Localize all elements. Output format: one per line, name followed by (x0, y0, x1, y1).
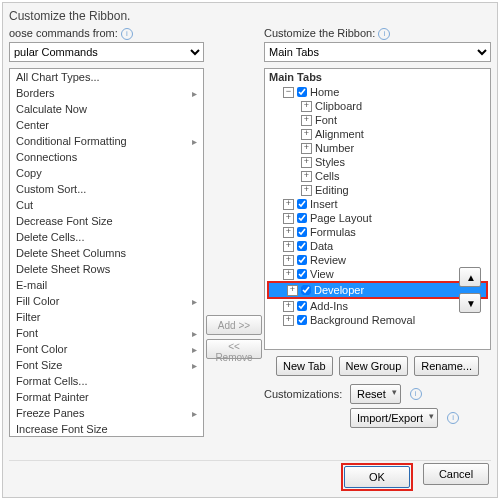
expand-icon[interactable]: + (301, 115, 312, 126)
expand-icon[interactable]: + (283, 301, 294, 312)
collapse-icon[interactable]: − (283, 87, 294, 98)
tree-item[interactable]: +Add-Ins (265, 299, 490, 313)
tab-checkbox[interactable] (297, 87, 307, 97)
tree-item[interactable]: +Editing (265, 183, 490, 197)
submenu-icon: ▸ (192, 360, 199, 371)
expand-icon[interactable]: + (283, 199, 294, 210)
info-icon: i (378, 28, 390, 40)
new-tab-button[interactable]: New Tab (276, 356, 333, 376)
command-item[interactable]: Format Painter (10, 389, 203, 405)
tab-checkbox[interactable] (297, 241, 307, 251)
command-item[interactable]: Freeze Panes▸ (10, 405, 203, 421)
command-item[interactable]: Custom Sort... (10, 181, 203, 197)
command-item[interactable]: Font Color▸ (10, 341, 203, 357)
expand-icon[interactable]: + (283, 227, 294, 238)
command-item[interactable]: Delete Sheet Rows (10, 261, 203, 277)
info-icon: i (410, 388, 422, 400)
command-item[interactable]: Fill Color▸ (10, 293, 203, 309)
customizations-label: Customizations: (264, 388, 344, 400)
command-item[interactable]: Delete Cells... (10, 229, 203, 245)
expand-icon[interactable]: + (301, 101, 312, 112)
choose-commands-combo[interactable]: pular Commands (9, 42, 204, 62)
rename-button[interactable]: Rename... (414, 356, 479, 376)
tree-item[interactable]: +Alignment (265, 127, 490, 141)
import-export-button[interactable]: Import/Export (350, 408, 438, 428)
command-item[interactable]: All Chart Types... (10, 69, 203, 85)
tree-item[interactable]: +Data (265, 239, 490, 253)
expand-icon[interactable]: + (283, 315, 294, 326)
cancel-button[interactable]: Cancel (423, 463, 489, 485)
ribbon-tree[interactable]: Main Tabs−Home+Clipboard+Font+Alignment+… (264, 68, 491, 350)
tab-checkbox[interactable] (297, 269, 307, 279)
submenu-icon: ▸ (192, 296, 199, 307)
command-item[interactable]: Calculate Now (10, 101, 203, 117)
info-icon: i (121, 28, 133, 40)
expand-icon[interactable]: + (287, 285, 298, 296)
command-item[interactable]: Font▸ (10, 325, 203, 341)
tree-item[interactable]: +View (265, 267, 490, 281)
expand-icon[interactable]: + (283, 269, 294, 280)
customize-ribbon-dialog: Customize the Ribbon. oose commands from… (2, 2, 498, 498)
commands-panel: oose commands from:i pular Commands All … (9, 27, 204, 437)
transfer-buttons: Add >> << Remove (204, 27, 264, 437)
tree-item[interactable]: +Font (265, 113, 490, 127)
command-item[interactable]: Conditional Formatting▸ (10, 133, 203, 149)
move-down-button[interactable]: ▼ (459, 293, 481, 313)
command-item[interactable]: Center (10, 117, 203, 133)
add-button[interactable]: Add >> (206, 315, 262, 335)
tree-item[interactable]: +Clipboard (265, 99, 490, 113)
tab-checkbox[interactable] (301, 285, 311, 295)
tree-item[interactable]: +Cells (265, 169, 490, 183)
submenu-icon: ▸ (192, 136, 199, 147)
expand-icon[interactable]: + (301, 157, 312, 168)
tree-item[interactable]: +Background Removal (265, 313, 490, 327)
command-item[interactable]: Font Size▸ (10, 357, 203, 373)
tree-item[interactable]: +Page Layout (265, 211, 490, 225)
tab-checkbox[interactable] (297, 199, 307, 209)
command-item[interactable]: Increase Font Size (10, 421, 203, 437)
ok-button[interactable]: OK (344, 466, 410, 488)
tab-checkbox[interactable] (297, 315, 307, 325)
commands-listbox[interactable]: All Chart Types...Borders▸Calculate NowC… (9, 68, 204, 437)
tree-item[interactable]: +Review (265, 253, 490, 267)
expand-icon[interactable]: + (283, 241, 294, 252)
expand-icon[interactable]: + (301, 129, 312, 140)
command-item[interactable]: Filter (10, 309, 203, 325)
move-up-button[interactable]: ▲ (459, 267, 481, 287)
new-group-button[interactable]: New Group (339, 356, 409, 376)
command-item[interactable]: Borders▸ (10, 85, 203, 101)
tree-item[interactable]: −Home (265, 85, 490, 99)
reset-button[interactable]: Reset (350, 384, 401, 404)
tab-checkbox[interactable] (297, 255, 307, 265)
submenu-icon: ▸ (192, 408, 199, 419)
ribbon-scope-combo[interactable]: Main Tabs (264, 42, 491, 62)
tab-checkbox[interactable] (297, 213, 307, 223)
command-item[interactable]: Format Cells... (10, 373, 203, 389)
tree-item[interactable]: +Insert (265, 197, 490, 211)
expand-icon[interactable]: + (301, 171, 312, 182)
customize-ribbon-label: Customize the Ribbon:i (264, 27, 491, 40)
tree-header: Main Tabs (265, 69, 490, 85)
tree-item[interactable]: +Developer (269, 283, 486, 297)
tab-checkbox[interactable] (297, 301, 307, 311)
tree-item[interactable]: +Styles (265, 155, 490, 169)
command-item[interactable]: Decrease Font Size (10, 213, 203, 229)
submenu-icon: ▸ (192, 328, 199, 339)
command-item[interactable]: Delete Sheet Columns (10, 245, 203, 261)
command-item[interactable]: Cut (10, 197, 203, 213)
remove-button[interactable]: << Remove (206, 339, 262, 359)
expand-icon[interactable]: + (283, 255, 294, 266)
submenu-icon: ▸ (192, 88, 199, 99)
ribbon-panel: Customize the Ribbon:i Main Tabs Main Ta… (264, 27, 491, 437)
tree-item[interactable]: +Formulas (265, 225, 490, 239)
command-item[interactable]: E-mail (10, 277, 203, 293)
expand-icon[interactable]: + (301, 185, 312, 196)
command-item[interactable]: Connections (10, 149, 203, 165)
tab-checkbox[interactable] (297, 227, 307, 237)
tree-item[interactable]: +Number (265, 141, 490, 155)
command-item[interactable]: Copy (10, 165, 203, 181)
expand-icon[interactable]: + (301, 143, 312, 154)
submenu-icon: ▸ (192, 344, 199, 355)
expand-icon[interactable]: + (283, 213, 294, 224)
choose-commands-label: oose commands from:i (9, 27, 204, 40)
